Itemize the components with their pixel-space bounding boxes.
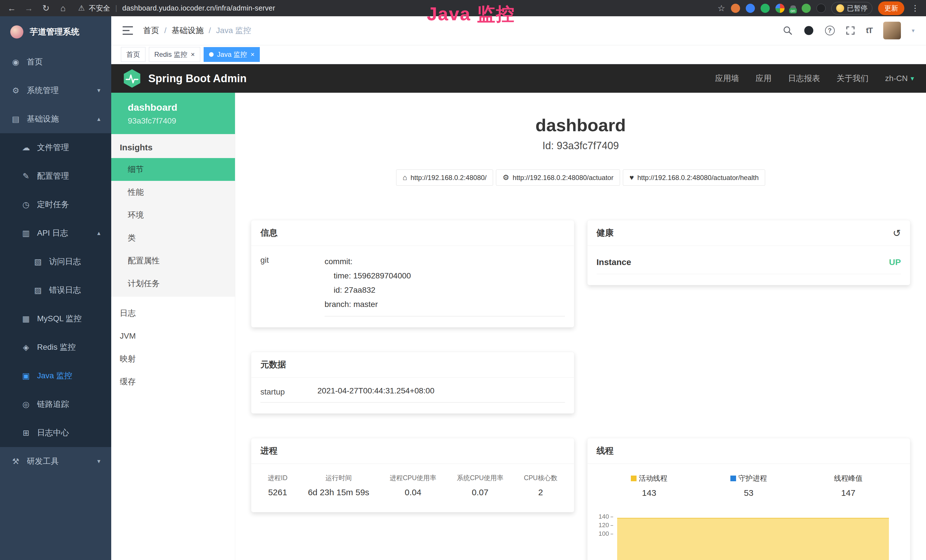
sidebar-item-redis-monitor[interactable]: ◈ Redis 监控 [0,333,111,362]
language-selector[interactable]: zh-CN ▾ [885,74,914,83]
tab-redis-monitor[interactable]: Redis 监控 × [149,47,200,62]
tab-home[interactable]: 首页 [121,47,145,62]
extension-icon[interactable] [817,4,826,13]
sidebar-item-access-logs[interactable]: ▧ 访问日志 [0,247,111,276]
health-url-link[interactable]: ♥ http://192.168.0.2:48080/actuator/heal… [623,170,765,186]
breadcrumb-home[interactable]: 首页 [143,25,159,36]
sba-nav-wallboard[interactable]: 应用墙 [715,73,739,84]
metric-label: 进程ID [268,474,287,483]
profile-paused-badge[interactable]: 已暂停 [831,2,872,15]
sidebar-item-api-logs[interactable]: ▥ API 日志 ▴ [0,219,111,247]
sba-item-environment[interactable]: 环境 [111,204,235,227]
legend-active-threads: 活动线程 143 [599,474,699,498]
sidebar-item-home[interactable]: ◉ 首页 [0,48,111,76]
actuator-url-link[interactable]: ⚙ http://192.168.0.2:48080/actuator [496,170,620,186]
sidebar-item-scheduled-tasks[interactable]: ◷ 定时任务 [0,190,111,219]
legend-value: 143 [599,488,699,498]
font-size-icon[interactable]: tT [866,26,872,35]
extension-icon[interactable] [731,4,740,13]
legend-value: 147 [799,488,898,498]
sidebar-item-label: 链路追踪 [37,399,69,410]
hamburger-icon[interactable] [123,26,133,35]
sba-instance-block[interactable]: dashboard 93a3fc7f7409 [111,93,235,134]
java-monitor-icon: ▣ [21,371,31,381]
sidebar-item-java-monitor[interactable]: ▣ Java 监控 [0,362,111,390]
link-url: http://192.168.0.2:48080/ [410,174,487,182]
sidebar-item-mysql-monitor[interactable]: ▦ MySQL 监控 [0,304,111,333]
user-avatar[interactable] [883,22,901,39]
sba-item-classes[interactable]: 类 [111,227,235,249]
sidebar-item-trace[interactable]: ◎ 链路追踪 [0,390,111,419]
sba-item-logs[interactable]: 日志 [111,302,235,325]
sidebar-item-file-management[interactable]: ☁ 文件管理 [0,133,111,162]
sba-item-scheduled-tasks[interactable]: 计划任务 [111,272,235,295]
sba-item-metrics[interactable]: 性能 [111,181,235,204]
service-url-link[interactable]: ⌂ http://192.168.0.2:48080/ [396,170,493,186]
kebab-menu-icon[interactable]: ⋮ [910,3,920,13]
forward-icon[interactable]: → [23,3,35,13]
legend-label: 线程峰值 [834,474,862,483]
mysql-icon: ▦ [21,314,31,324]
search-icon[interactable] [783,26,793,35]
threads-chart-yaxis: 140 120 100 [597,515,617,560]
extension-icon[interactable] [761,4,770,13]
link-url: http://192.168.0.2:48080/actuator [513,174,614,182]
tab-java-monitor[interactable]: Java 监控 × [204,47,260,62]
back-icon[interactable]: ← [6,3,18,13]
sba-root-items: 日志 JVM 映射 缓存 [111,302,235,393]
app-logo[interactable]: 芋道管理系统 [0,16,111,48]
close-icon[interactable]: × [191,50,195,59]
sidebar-item-system-management[interactable]: ⚙ 系统管理 ▾ [0,76,111,105]
metric-label: 运行时间 [308,474,369,483]
metric-value: 2 [524,487,558,497]
dashboard-icon: ◉ [11,58,21,67]
wrench-icon: ⚙ [502,173,509,182]
sba-nav-journal[interactable]: 日志报表 [788,73,820,84]
header-actions: ? tT ▾ [783,22,915,39]
profile-emoji-icon [836,4,844,12]
sidebar-item-dev-tools[interactable]: ⚒ 研发工具 ▾ [0,447,111,475]
metric-value: 0.04 [390,487,436,497]
sidebar-item-infrastructure[interactable]: ▤ 基础设施 ▴ [0,105,111,133]
address-bar[interactable]: ⚠ 不安全 | dashboard.yudao.iocoder.cn/infra… [78,3,275,13]
extension-icon[interactable] [746,4,755,13]
paused-label: 已暂停 [847,4,867,13]
sba-nav-about[interactable]: 关于我们 [837,73,869,84]
sba-item-config-props[interactable]: 配置属性 [111,249,235,272]
close-icon[interactable]: × [250,50,254,59]
sidebar-item-label: 定时任务 [37,199,69,210]
instance-health-row[interactable]: Instance UP [597,254,901,274]
browser-home-icon[interactable]: ⌂ [57,3,69,13]
update-button[interactable]: 更新 [878,2,904,15]
sba-item-mappings[interactable]: 映射 [111,348,235,370]
sba-item-caches[interactable]: 缓存 [111,370,235,393]
extension-icon[interactable] [802,4,811,13]
process-metric: 进程CPU使用率 0.04 [390,474,436,497]
threads-card: 线程 活动线程 143 [587,438,911,560]
app-main: 首页 / 基础设施 / Java 监控 ? [111,16,926,560]
sba-nav-applications[interactable]: 应用 [756,73,772,84]
sidebar-item-config-management[interactable]: ✎ 配置管理 [0,162,111,190]
bookmark-star-icon[interactable]: ☆ [717,3,725,13]
github-icon[interactable] [803,25,814,36]
sidebar-item-label: Redis 监控 [37,342,76,353]
extension-icon[interactable] [775,4,785,13]
chevron-up-icon: ▴ [97,115,100,123]
reload-icon[interactable]: ↻ [40,3,52,13]
sba-item-details[interactable]: 细节 [111,158,235,181]
sidebar-item-error-logs[interactable]: ▨ 错误日志 [0,276,111,304]
avatar-caret-icon[interactable]: ▾ [912,27,915,34]
history-icon[interactable]: ↺ [893,227,901,239]
daemon-threads-swatch [730,475,736,481]
chevron-up-icon: ▴ [97,229,100,237]
breadcrumb-infrastructure[interactable]: 基础设施 [172,25,204,36]
app-sidebar-menu: ◉ 首页 ⚙ 系统管理 ▾ ▤ 基础设施 ▴ ☁ 文件管理 [0,48,111,475]
sba-brand-title[interactable]: Spring Boot Admin [148,73,247,85]
git-info-row: git commit: time: 1596289704000 id: 27aa… [260,254,565,316]
legend-daemon-threads: 守护进程 53 [699,474,799,498]
extension-icon[interactable]: on [790,5,796,11]
fullscreen-icon[interactable] [846,26,855,35]
help-icon[interactable]: ? [825,26,835,35]
sba-item-jvm[interactable]: JVM [111,325,235,348]
sidebar-item-log-center[interactable]: ⊞ 日志中心 [0,419,111,447]
